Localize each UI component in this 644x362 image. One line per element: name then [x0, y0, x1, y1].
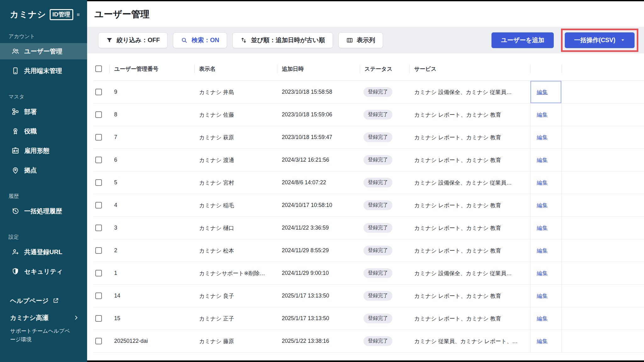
sort-button-label: 並び順：追加日時が古い順 [251, 36, 325, 44]
select-all-checkbox[interactable] [95, 65, 102, 72]
sidebar-nav: アカウント ユーザー管理 共用端末管理 マスタ 部署 役職 雇用形態 拠点 履歴… [0, 33, 87, 280]
apps-grid-icon[interactable] [77, 10, 80, 19]
sidebar-section: アカウント ユーザー管理 共用端末管理 [0, 33, 87, 79]
cell-services: カミナシ 従業員、カミナシ レポート、… [409, 330, 530, 352]
column-header-user-id: ユーザー管理番号 [109, 57, 194, 81]
row-checkbox[interactable] [95, 89, 102, 95]
edit-link[interactable]: 編集 [537, 179, 548, 187]
cell-added-datetime: 2024/10/17 10:58:10 [277, 194, 360, 216]
table-header-row: ユーザー管理番号 表示名 追加日時 ステータス サービス [93, 57, 644, 81]
row-checkbox[interactable] [95, 292, 102, 299]
cell-filler [562, 262, 644, 284]
cell-filler [562, 307, 644, 330]
edit-link[interactable]: 編集 [537, 156, 548, 164]
row-checkbox[interactable] [95, 202, 102, 209]
account-menu[interactable]: カミナシ高瀬 [10, 314, 79, 322]
sidebar-item-user-management[interactable]: ユーザー管理 [0, 43, 87, 59]
sidebar-item-security[interactable]: セキュリティ [0, 263, 87, 280]
status-badge: 登録完了 [364, 178, 392, 187]
cell-display-name: カミナシ 樋口 [194, 217, 277, 239]
row-checkbox[interactable] [95, 134, 102, 141]
edit-link[interactable]: 編集 [537, 337, 548, 345]
row-checkbox[interactable] [95, 315, 102, 322]
search-button[interactable]: 検索：ON [173, 32, 227, 48]
sidebar-item-department[interactable]: 部署 [0, 103, 87, 120]
edit-link[interactable]: 編集 [537, 292, 548, 300]
toolbar: 絞り込み：OFF 検索：ON 並び順：追加日時が古い順 表示列 ユーザーを追加 [87, 27, 644, 53]
external-link-icon [53, 298, 59, 304]
brand: カミナシ ID管理 [0, 0, 87, 20]
cell-services: カミナシ 設備保全、カミナシ 従業員… [409, 81, 530, 103]
table-row: 3 カミナシ 樋口 2024/11/22 3:36:59 登録完了 カミナシ レ… [93, 217, 644, 239]
sidebar-item-common-registration-url[interactable]: 共通登録URL [0, 244, 87, 260]
row-checkbox[interactable] [95, 338, 102, 344]
chevron-right-icon [73, 315, 79, 320]
brand-logo: カミナシ [10, 9, 46, 20]
edit-link[interactable]: 編集 [537, 202, 548, 209]
cell-user-id: 8 [109, 103, 194, 126]
status-badge: 登録完了 [364, 291, 392, 301]
table-row: 9 カミナシ 井島 2023/10/18 15:58:58 登録完了 カミナシ … [93, 81, 644, 103]
row-checkbox[interactable] [95, 247, 102, 254]
cell-filler [562, 217, 644, 239]
sidebar-item-shared-device-management[interactable]: 共用端末管理 [0, 63, 87, 79]
cell-user-id: 6 [109, 149, 194, 171]
help-page-link[interactable]: ヘルプページ [10, 297, 79, 305]
add-user-button-label: ユーザーを追加 [501, 36, 544, 44]
status-badge: 登録完了 [364, 246, 392, 255]
status-badge: 登録完了 [364, 132, 392, 142]
cell-user-id: 4 [109, 194, 194, 216]
sidebar-item-position[interactable]: 役職 [0, 123, 87, 139]
table-row: 15 カミナシ 正子 2025/1/17 13:13:50 登録完了 カミナシ … [93, 307, 644, 330]
edit-link[interactable]: 編集 [537, 224, 548, 232]
sidebar-footer: ヘルプページ カミナシ高瀬 サポートチームヘルプページ環境 [0, 297, 87, 344]
id-card-icon [11, 147, 19, 155]
row-checkbox[interactable] [95, 270, 102, 276]
cell-added-datetime: 2024/11/29 9:00:10 [277, 262, 360, 284]
row-checkbox[interactable] [95, 157, 102, 163]
edit-link[interactable]: 編集 [537, 134, 548, 141]
sidebar-section: 設定 共通登録URL セキュリティ [0, 234, 87, 280]
filter-icon [106, 37, 113, 44]
edit-link[interactable]: 編集 [537, 270, 548, 277]
sidebar-item-bulk-process-history[interactable]: 一括処理履歴 [0, 203, 87, 219]
environment-note: サポートチームヘルプページ環境 [10, 327, 73, 344]
table-row: 6 カミナシ 渡邊 2024/3/12 16:21:56 登録完了 カミナシ レ… [93, 149, 644, 171]
table-row: 14 カミナシ 良子 2025/1/17 13:13:50 登録完了 カミナシ … [93, 285, 644, 307]
row-checkbox[interactable] [95, 225, 102, 231]
row-checkbox[interactable] [95, 179, 102, 186]
table-row: 1 カミナシサポート※削除… 2024/11/29 9:00:10 登録完了 カ… [93, 262, 644, 285]
edit-link[interactable]: 編集 [537, 247, 548, 254]
filter-button[interactable]: 絞り込み：OFF [98, 32, 168, 48]
sidebar-section: 履歴 一括処理履歴 [0, 193, 87, 219]
cell-added-datetime: 2023/10/18 15:59:06 [277, 103, 360, 126]
users-icon [11, 47, 19, 55]
cell-services: カミナシ レポート、カミナシ 教育 [409, 217, 530, 239]
sidebar-item-employment-type[interactable]: 雇用形態 [0, 142, 87, 159]
edit-link[interactable]: 編集 [537, 315, 548, 322]
status-badge: 登録完了 [364, 314, 392, 323]
cell-added-datetime: 2025/1/22 13:38:16 [277, 330, 360, 352]
columns-button-label: 表示列 [357, 36, 375, 44]
sidebar-item-location[interactable]: 拠点 [0, 162, 87, 178]
cell-added-datetime: 2023/10/18 15:59:47 [277, 126, 360, 148]
search-button-label: 検索：ON [192, 36, 219, 44]
edit-link[interactable]: 編集 [537, 88, 548, 96]
cell-user-id: 9 [109, 81, 194, 103]
column-header-edit [530, 57, 562, 81]
bottom-edge-bar [87, 360, 644, 362]
table-row: 7 カミナシ 萩原 2023/10/18 15:59:47 登録完了 カミナシ … [93, 126, 644, 149]
columns-button[interactable]: 表示列 [338, 32, 383, 48]
tablet-icon [11, 67, 19, 75]
bulk-action-csv-button[interactable]: 一括操作(CSV) [565, 32, 635, 48]
table-row: 20250122-dai カミナシ 藤原 2025/1/22 13:38:16 … [93, 330, 644, 353]
status-badge: 登録完了 [364, 336, 392, 346]
cell-display-name: カミナシ 松本 [194, 239, 277, 262]
row-checkbox[interactable] [95, 111, 102, 118]
cell-services: カミナシ 設備保全、カミナシ 従業員… [409, 262, 530, 284]
cell-services: カミナシ レポート、カミナシ 教育 [409, 307, 530, 330]
user-table: ユーザー管理番号 表示名 追加日時 ステータス サービス 9 カミナシ 井島 2… [93, 57, 644, 353]
add-user-button[interactable]: ユーザーを追加 [491, 32, 554, 48]
sort-button[interactable]: 並び順：追加日時が古い順 [232, 32, 333, 48]
edit-link[interactable]: 編集 [537, 111, 548, 119]
